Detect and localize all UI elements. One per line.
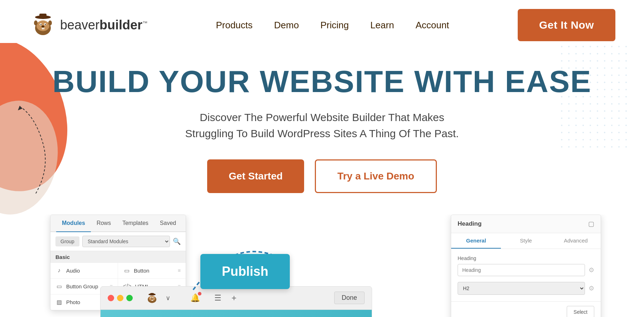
panel-select-row: H2 H1 H3 ⚙ <box>458 282 594 295</box>
traffic-lights <box>108 295 133 301</box>
heading-input[interactable] <box>458 264 585 276</box>
traffic-light-yellow <box>117 295 123 301</box>
list-item[interactable]: ♪ Audio <box>50 263 118 279</box>
button-group-icon: ▭ <box>55 283 63 290</box>
done-button[interactable]: Done <box>334 292 365 304</box>
svg-rect-26 <box>152 299 152 301</box>
publish-button[interactable]: Publish <box>200 254 290 289</box>
tab-modules[interactable]: Modules <box>56 215 91 232</box>
svg-point-25 <box>151 298 153 299</box>
module-button-label: Button <box>134 268 149 274</box>
beaver-small-icon <box>146 292 158 304</box>
hero-buttons: Get Started Try a Live Demo <box>7 159 637 193</box>
button-icon: ▭ <box>123 267 130 274</box>
heading-type-select[interactable]: H2 H1 H3 <box>458 282 585 295</box>
tab-templates[interactable]: Templates <box>117 215 154 232</box>
select-button[interactable]: Select <box>567 306 594 317</box>
header: beaverbuilder™ Products Demo Pricing Lea… <box>0 0 644 50</box>
heading-tab-general[interactable]: General <box>451 233 501 249</box>
logo-text: beaverbuilder™ <box>60 18 147 33</box>
get-it-now-button[interactable]: Get It Now <box>518 9 615 41</box>
heading-panel-title: Heading <box>458 220 482 227</box>
heading-panel: Heading ▢ General Style Advanced Heading… <box>451 215 601 317</box>
svg-point-12 <box>48 20 52 25</box>
close-icon[interactable]: ▢ <box>588 220 594 228</box>
svg-point-24 <box>153 297 154 298</box>
module-photo-label: Photo <box>66 299 80 305</box>
group-button[interactable]: Group <box>55 236 79 246</box>
hero-headline: BUILD YOUR WEBSITE WITH EASE <box>7 64 637 99</box>
nav-item-pricing[interactable]: Pricing <box>320 20 348 31</box>
svg-point-8 <box>42 25 44 28</box>
svg-point-11 <box>34 20 38 25</box>
module-audio-label: Audio <box>66 268 80 274</box>
logo[interactable]: beaverbuilder™ <box>29 11 147 39</box>
svg-point-7 <box>45 24 46 25</box>
svg-rect-1 <box>39 14 47 18</box>
hero-subheadline: Discover The Powerful Website Builder Th… <box>7 109 637 141</box>
module-button-group-label: Button Group <box>66 283 98 289</box>
audio-icon: ♪ <box>55 267 63 274</box>
try-live-demo-button[interactable]: Try a Live Demo <box>315 159 437 193</box>
heading-panel-tabs: General Style Advanced <box>451 233 601 249</box>
svg-point-6 <box>40 24 42 25</box>
field-heading-label: Heading <box>458 255 594 261</box>
gear-icon-2[interactable]: ⚙ <box>589 284 594 292</box>
nav-item-demo[interactable]: Demo <box>274 20 299 31</box>
svg-rect-9 <box>42 28 43 29</box>
nav-item-learn[interactable]: Learn <box>370 20 394 31</box>
photo-icon: ▨ <box>55 299 63 306</box>
heading-tab-advanced[interactable]: Advanced <box>551 233 601 249</box>
svg-rect-27 <box>152 299 153 301</box>
nav-item-account[interactable]: Account <box>415 20 449 31</box>
screenshots-area: Modules Rows Templates Saved Group Stand… <box>0 215 644 317</box>
beaver-logo-icon <box>29 11 57 39</box>
heading-panel-titlebar: Heading ▢ <box>451 215 601 233</box>
tab-rows[interactable]: Rows <box>91 215 117 232</box>
heading-panel-footer: Select <box>451 301 601 317</box>
module-dropdown[interactable]: Standard Modules <box>82 236 170 247</box>
traffic-light-green <box>126 295 133 301</box>
get-started-button[interactable]: Get Started <box>207 159 304 193</box>
heading-tab-style[interactable]: Style <box>501 233 551 249</box>
nav-item-products[interactable]: Products <box>216 20 253 31</box>
traffic-light-red <box>108 295 114 301</box>
field-heading-row: ⚙ <box>458 264 594 276</box>
hero-section: BUILD YOUR WEBSITE WITH EASE Discover Th… <box>0 50 644 193</box>
svg-rect-10 <box>43 28 44 29</box>
svg-point-23 <box>151 297 152 298</box>
main-nav: Products Demo Pricing Learn Account <box>216 20 449 31</box>
gear-icon[interactable]: ⚙ <box>589 266 594 274</box>
heading-panel-body: Heading ⚙ H2 H1 H3 ⚙ <box>451 249 601 301</box>
svg-rect-18 <box>150 293 154 295</box>
